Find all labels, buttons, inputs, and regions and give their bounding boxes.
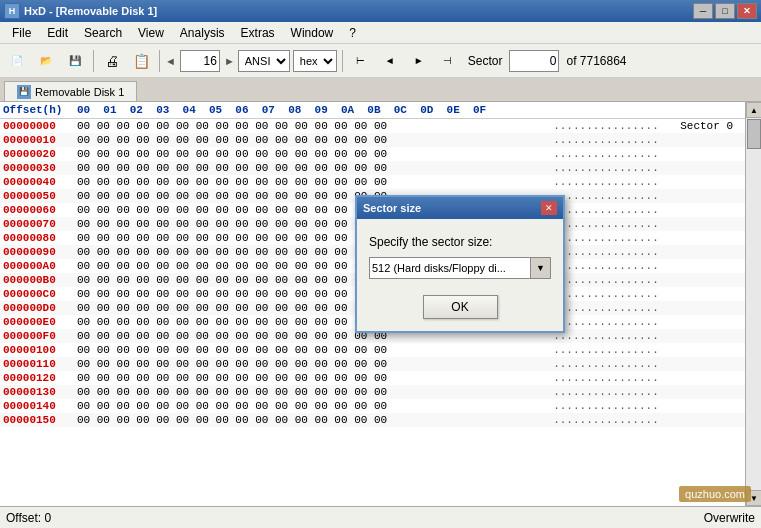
table-row[interactable]: 0000012000 00 00 00 00 00 00 00 00 00 00… <box>0 371 745 385</box>
table-row[interactable]: 0000000000 00 00 00 00 00 00 00 00 00 00… <box>0 119 745 134</box>
sector-size-dropdown[interactable]: 512 (Hard disks/Floppy di... 1024 2048 (… <box>369 257 531 279</box>
menu-file[interactable]: File <box>4 24 39 42</box>
cell-offset: 00000120 <box>0 371 74 385</box>
menu-extras[interactable]: Extras <box>233 24 283 42</box>
cell-bytes[interactable]: 00 00 00 00 00 00 00 00 00 00 00 00 00 0… <box>74 399 543 413</box>
cell-offset: 000000F0 <box>0 329 74 343</box>
cell-offset: 00000010 <box>0 133 74 147</box>
tab-strip: 💾 Removable Disk 1 <box>0 78 761 102</box>
cell-bytes[interactable]: 00 00 00 00 00 00 00 00 00 00 00 00 00 0… <box>74 413 543 427</box>
cell-bytes[interactable]: 00 00 00 00 00 00 00 00 00 00 00 00 00 0… <box>74 343 543 357</box>
cell-bytes[interactable]: 00 00 00 00 00 00 00 00 00 00 00 00 00 0… <box>74 175 543 189</box>
cell-offset: 00000130 <box>0 385 74 399</box>
cell-sector <box>677 245 745 259</box>
title-bar: H HxD - [Removable Disk 1] ─ □ ✕ <box>0 0 761 22</box>
block-size-input[interactable] <box>180 50 220 72</box>
dialog-ok-button[interactable]: OK <box>423 295 498 319</box>
table-row[interactable]: 0000002000 00 00 00 00 00 00 00 00 00 00… <box>0 147 745 161</box>
new-button[interactable]: 📄 <box>4 48 30 74</box>
dialog-title-bar: Sector size ✕ <box>357 197 563 219</box>
watermark: quzhuo.com <box>679 486 751 502</box>
cell-bytes[interactable]: 00 00 00 00 00 00 00 00 00 00 00 00 00 0… <box>74 161 543 175</box>
dialog-label: Specify the sector size: <box>369 235 551 249</box>
cell-ascii: ................ <box>543 357 677 371</box>
nav-left-arrow[interactable]: ◄ <box>165 55 176 67</box>
nav-right-arrow[interactable]: ► <box>224 55 235 67</box>
nav-start-button[interactable]: ⊢ <box>348 48 374 74</box>
encoding-dropdown[interactable]: ANSI <box>238 50 290 72</box>
minimize-button[interactable]: ─ <box>693 3 713 19</box>
cell-offset: 00000110 <box>0 357 74 371</box>
offset-status: Offset: 0 <box>6 511 51 525</box>
cell-ascii: ................ <box>543 147 677 161</box>
sector-input[interactable] <box>509 50 559 72</box>
dialog-close-button[interactable]: ✕ <box>541 201 557 215</box>
sector-size-dialog: Sector size ✕ Specify the sector size: 5… <box>355 195 565 333</box>
scroll-track[interactable] <box>746 118 761 490</box>
cell-offset: 00000100 <box>0 343 74 357</box>
cell-sector <box>677 301 745 315</box>
table-row[interactable]: 0000015000 00 00 00 00 00 00 00 00 00 00… <box>0 413 745 427</box>
cell-ascii: ................ <box>543 399 677 413</box>
cell-ascii: ................ <box>543 413 677 427</box>
status-right: Overwrite <box>704 511 755 525</box>
dialog-title: Sector size <box>363 202 421 214</box>
cell-sector <box>677 203 745 217</box>
cell-bytes[interactable]: 00 00 00 00 00 00 00 00 00 00 00 00 00 0… <box>74 371 543 385</box>
table-row[interactable]: 0000010000 00 00 00 00 00 00 00 00 00 00… <box>0 343 745 357</box>
cell-bytes[interactable]: 00 00 00 00 00 00 00 00 00 00 00 00 00 0… <box>74 385 543 399</box>
dialog-body: Specify the sector size: 512 (Hard disks… <box>357 219 563 331</box>
save-button[interactable]: 💾 <box>62 48 88 74</box>
nav-prev-button[interactable]: ◄ <box>377 48 403 74</box>
toolbar-icon-1[interactable]: 🖨 <box>99 48 125 74</box>
scroll-thumb[interactable] <box>747 119 761 149</box>
tab-removable-disk[interactable]: 💾 Removable Disk 1 <box>4 81 137 101</box>
menu-window[interactable]: Window <box>283 24 342 42</box>
cell-sector <box>677 329 745 343</box>
maximize-button[interactable]: □ <box>715 3 735 19</box>
cell-bytes[interactable]: 00 00 00 00 00 00 00 00 00 00 00 00 00 0… <box>74 133 543 147</box>
cell-sector <box>677 217 745 231</box>
table-row[interactable]: 0000011000 00 00 00 00 00 00 00 00 00 00… <box>0 357 745 371</box>
col-header-ascii <box>543 102 677 119</box>
menu-search[interactable]: Search <box>76 24 130 42</box>
close-button[interactable]: ✕ <box>737 3 757 19</box>
col-header-offset: Offset(h) <box>0 102 74 119</box>
table-row[interactable]: 0000003000 00 00 00 00 00 00 00 00 00 00… <box>0 161 745 175</box>
status-bar: Offset: 0 Overwrite <box>0 506 761 528</box>
cell-bytes[interactable]: 00 00 00 00 00 00 00 00 00 00 00 00 00 0… <box>74 357 543 371</box>
separator-1 <box>93 50 94 72</box>
cell-sector <box>677 273 745 287</box>
cell-sector <box>677 231 745 245</box>
window-controls: ─ □ ✕ <box>693 3 757 19</box>
watermark-text: quzhuo.com <box>685 488 745 500</box>
table-row[interactable]: 0000013000 00 00 00 00 00 00 00 00 00 00… <box>0 385 745 399</box>
cell-offset: 00000070 <box>0 217 74 231</box>
table-row[interactable]: 0000001000 00 00 00 00 00 00 00 00 00 00… <box>0 133 745 147</box>
open-button[interactable]: 📂 <box>33 48 59 74</box>
menu-edit[interactable]: Edit <box>39 24 76 42</box>
cell-ascii: ................ <box>543 371 677 385</box>
menu-view[interactable]: View <box>130 24 172 42</box>
mode-dropdown[interactable]: hex <box>293 50 337 72</box>
nav-end-button[interactable]: ⊣ <box>435 48 461 74</box>
nav-next-button[interactable]: ► <box>406 48 432 74</box>
toolbar-icon-2[interactable]: 📋 <box>128 48 154 74</box>
dropdown-arrow-icon[interactable]: ▼ <box>531 257 551 279</box>
cell-offset: 000000E0 <box>0 315 74 329</box>
scroll-up-arrow[interactable]: ▲ <box>746 102 761 118</box>
cell-sector <box>677 399 745 413</box>
menu-help[interactable]: ? <box>341 24 364 42</box>
scrollbar[interactable]: ▲ ▼ <box>745 102 761 506</box>
cell-bytes[interactable]: 00 00 00 00 00 00 00 00 00 00 00 00 00 0… <box>74 119 543 134</box>
menu-analysis[interactable]: Analysis <box>172 24 233 42</box>
table-row[interactable]: 0000004000 00 00 00 00 00 00 00 00 00 00… <box>0 175 745 189</box>
cell-offset: 00000150 <box>0 413 74 427</box>
cell-ascii: ................ <box>543 343 677 357</box>
cell-sector <box>677 343 745 357</box>
cell-ascii: ................ <box>543 385 677 399</box>
cell-bytes[interactable]: 00 00 00 00 00 00 00 00 00 00 00 00 00 0… <box>74 147 543 161</box>
cell-offset: 00000140 <box>0 399 74 413</box>
disk-icon: 💾 <box>17 85 31 99</box>
table-row[interactable]: 0000014000 00 00 00 00 00 00 00 00 00 00… <box>0 399 745 413</box>
